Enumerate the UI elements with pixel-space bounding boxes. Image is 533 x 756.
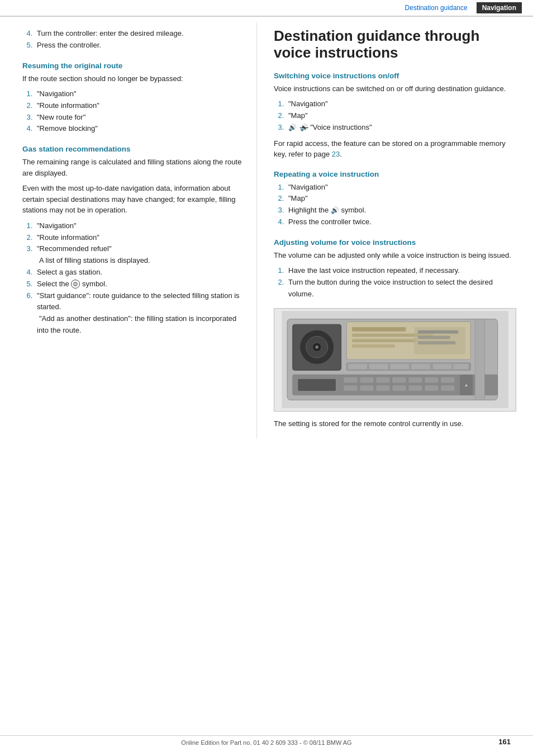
switching-footer: For rapid access, the feature can be sto…	[274, 138, 516, 160]
step-text: "Navigation"	[288, 100, 328, 108]
adjusting-steps: Have the last voice instruction repeated…	[274, 265, 516, 300]
svg-rect-22	[453, 364, 468, 370]
switching-para: Voice instructions can be switched on or…	[274, 83, 516, 94]
svg-rect-30	[425, 377, 438, 383]
step-text: "Navigation"	[288, 183, 328, 191]
svg-rect-11	[352, 344, 395, 348]
list-item: Turn the button during the voice instruc…	[286, 277, 516, 300]
gas-heading: Gas station recommendations	[22, 145, 245, 153]
resuming-steps: "Navigation" "Route information" "New ro…	[22, 88, 245, 135]
header-dest-label: Destination guidance	[405, 4, 468, 12]
list-item: "New route for"	[35, 112, 245, 124]
footer-copyright: Online Edition for Part no. 01 40 2 609 …	[181, 739, 351, 746]
svg-rect-29	[408, 377, 422, 383]
svg-rect-24	[298, 379, 336, 391]
svg-point-6	[315, 346, 318, 349]
step-text: "Remove blocking"	[37, 124, 98, 133]
svg-rect-19	[390, 364, 409, 370]
svg-rect-36	[408, 386, 422, 391]
right-column: Destination guidance through voice instr…	[257, 22, 533, 439]
list-item: "Navigation"	[286, 98, 516, 110]
page-ref-link[interactable]: 23	[332, 150, 340, 158]
list-item: Select the ⚙ symbol.	[35, 278, 245, 290]
header-bar: Destination guidance Navigation	[0, 0, 533, 17]
left-column: Turn the controller: enter the desired m…	[0, 22, 257, 439]
svg-rect-17	[348, 364, 367, 370]
list-item: "Navigation"	[35, 88, 245, 100]
resuming-intro: If the route section should no longer be…	[22, 73, 245, 84]
step-text: Turn the button during the voice instruc…	[288, 278, 493, 298]
car-image-box: ▲	[274, 308, 516, 412]
big-heading: Destination guidance through voice instr…	[274, 28, 516, 62]
svg-rect-18	[369, 364, 388, 370]
svg-rect-14	[418, 336, 450, 339]
step-sub2: "Add as another destination": the fillin…	[37, 314, 236, 334]
step-text: Turn the controller: enter the desired m…	[37, 29, 184, 37]
list-item: Highlight the 🔊 symbol.	[286, 205, 516, 216]
list-item: Turn the controller: enter the desired m…	[35, 28, 245, 40]
step-sub: A list of filling stations is displayed.	[37, 256, 150, 264]
svg-rect-20	[411, 364, 430, 370]
step-text: "New route for"	[37, 113, 85, 121]
step-text: Select a gas station.	[37, 268, 102, 276]
list-item: Select a gas station.	[35, 267, 245, 278]
step-text: Select the ⚙ symbol.	[37, 280, 107, 288]
list-item: "Recommended refuel" A list of filling s…	[35, 243, 245, 267]
svg-rect-31	[441, 377, 454, 383]
gas-steps: "Navigation" "Route information" "Recomm…	[22, 220, 245, 337]
step-text: "Navigation"	[37, 221, 77, 230]
svg-rect-32	[344, 386, 357, 391]
svg-rect-26	[360, 377, 373, 383]
footer: Online Edition for Part no. 01 40 2 609 …	[0, 735, 533, 746]
adjusting-para: The volume can be adjusted only while a …	[274, 250, 516, 261]
step-text: "Route information"	[37, 101, 99, 110]
list-item: "Route information"	[35, 232, 245, 244]
list-item: "Map"	[286, 110, 516, 122]
svg-rect-8	[352, 327, 406, 332]
switching-heading: Switching voice instructions on/off	[274, 72, 516, 80]
svg-rect-25	[344, 377, 357, 383]
svg-rect-33	[360, 386, 373, 391]
list-item: "Navigation"	[35, 220, 245, 232]
step-text: "Map"	[288, 111, 308, 120]
switching-steps: "Navigation" "Map" 🔊 🔊 "Voice instructio…	[274, 98, 516, 133]
step-text: Have the last voice instruction repeated…	[288, 266, 460, 275]
svg-rect-37	[425, 386, 438, 391]
gear-symbol-icon: ⚙	[71, 280, 80, 289]
voice-off-icon: 🔊	[300, 124, 308, 131]
header-nav-label: Navigation	[477, 2, 522, 13]
svg-rect-39	[475, 319, 484, 400]
repeating-steps: "Navigation" "Map" Highlight the 🔊 symbo…	[274, 182, 516, 228]
svg-rect-15	[418, 341, 456, 344]
list-item: "Start guidance": route guidance to the …	[35, 290, 245, 337]
list-item: Press the controller twice.	[286, 216, 516, 228]
speaker-icon: 🔊	[331, 206, 339, 214]
svg-rect-38	[441, 386, 454, 391]
svg-rect-13	[418, 330, 458, 334]
intro-steps-list: Turn the controller: enter the desired m…	[22, 28, 245, 51]
step-text: Press the controller.	[37, 41, 101, 49]
list-item: "Remove blocking"	[35, 123, 245, 135]
main-content: Turn the controller: enter the desired m…	[0, 17, 533, 445]
svg-rect-28	[392, 377, 406, 383]
step-text: "Navigation"	[37, 89, 77, 98]
step-text: "Start guidance": route guidance to the …	[37, 291, 240, 311]
gas-para2: Even with the most up-to-date navigation…	[22, 183, 245, 216]
footer-page-number: 161	[498, 738, 511, 746]
list-item: 🔊 🔊 "Voice instructions"	[286, 122, 516, 134]
step-text: "Map"	[288, 194, 308, 202]
list-item: "Route information"	[35, 100, 245, 112]
svg-rect-21	[433, 364, 452, 370]
list-item: "Map"	[286, 193, 516, 205]
resuming-heading: Resuming the original route	[22, 62, 245, 70]
svg-rect-34	[376, 386, 389, 391]
car-control-panel-svg: ▲	[280, 311, 510, 408]
step-text: Highlight the 🔊 symbol.	[288, 206, 366, 214]
repeating-heading: Repeating a voice instruction	[274, 170, 516, 178]
svg-rect-10	[352, 339, 417, 343]
svg-rect-27	[376, 377, 389, 383]
step-text: 🔊 🔊 "Voice instructions"	[288, 123, 372, 131]
list-item: "Navigation"	[286, 182, 516, 193]
svg-text:▲: ▲	[464, 383, 469, 388]
list-item: Have the last voice instruction repeated…	[286, 265, 516, 277]
